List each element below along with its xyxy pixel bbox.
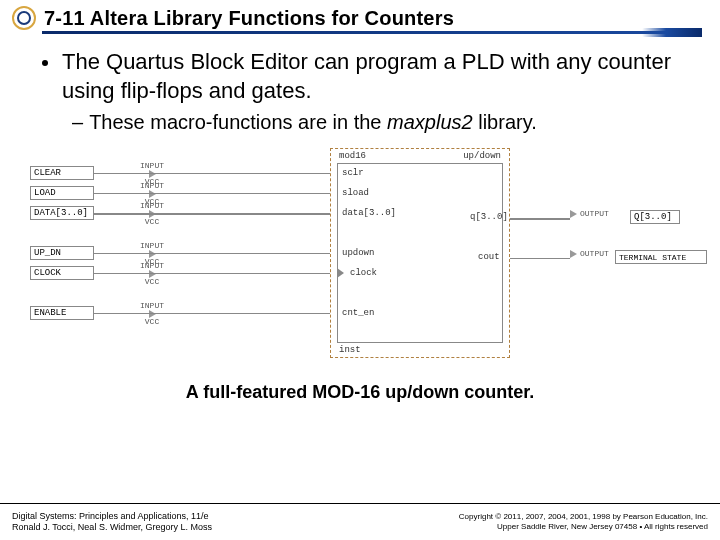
pin-terminal-out: TERMINAL STATE xyxy=(615,250,707,264)
block-diagram: mod16 up/down inst CLEAR INPUT VCC sclr … xyxy=(30,146,690,376)
wire xyxy=(94,313,330,314)
pin-clear: CLEAR xyxy=(30,166,94,180)
module-label-inst: inst xyxy=(339,345,361,355)
footer-address: Upper Saddle River, New Jersey 07458 • A… xyxy=(459,522,708,532)
io-bot: VCC xyxy=(145,278,159,286)
footer-authors: Ronald J. Tocci, Neal S. Widmer, Gregory… xyxy=(12,522,212,533)
io-output-q: OUTPUT xyxy=(570,210,609,218)
pin-load: LOAD xyxy=(30,186,94,200)
io-top: INPUT xyxy=(140,302,164,310)
diagram-caption: A full-featured MOD-16 up/down counter. xyxy=(0,382,720,403)
footer-left: Digital Systems: Principles and Applicat… xyxy=(12,511,212,533)
module-label-type: up/down xyxy=(463,151,501,161)
slide-footer: Digital Systems: Principles and Applicat… xyxy=(0,504,720,540)
sub-suffix: library. xyxy=(473,111,537,133)
io-output-label: OUTPUT xyxy=(580,250,609,258)
sig-cout: cout xyxy=(478,252,500,262)
io-bot: VCC xyxy=(145,318,159,326)
logo-icon xyxy=(12,6,36,30)
dash-icon: – xyxy=(72,111,83,134)
wire xyxy=(94,273,330,274)
sig-data: data[3..0] xyxy=(342,208,396,218)
footer-book: Digital Systems: Principles and Applicat… xyxy=(12,511,212,522)
wire-bus xyxy=(94,213,330,215)
pin-enable: ENABLE xyxy=(30,306,94,320)
bullet-icon xyxy=(42,60,48,66)
pin-updn: UP_DN xyxy=(30,246,94,260)
io-output-label: OUTPUT xyxy=(580,210,609,218)
footer-right: Copyright © 2011, 2007, 2004, 2001, 1998… xyxy=(459,512,708,531)
io-top: INPUT xyxy=(140,262,164,270)
clock-edge-icon xyxy=(337,268,344,278)
wire xyxy=(94,173,330,174)
wire xyxy=(94,253,330,254)
sig-q: q[3..0] xyxy=(470,212,508,222)
triangle-right-icon xyxy=(570,210,577,218)
wire xyxy=(510,258,570,259)
sig-clock: clock xyxy=(350,268,377,278)
sub-bullet-text: These macro-functions are in the maxplus… xyxy=(89,111,537,134)
pin-q-out: Q[3..0] xyxy=(630,210,680,224)
bullet-item: The Quartus Block Editor can program a P… xyxy=(42,48,686,105)
io-top: INPUT xyxy=(140,242,164,250)
sig-cnten: cnt_en xyxy=(342,308,374,318)
wire xyxy=(94,193,330,194)
sig-updown: updown xyxy=(342,248,374,258)
slide-title: 7-11 Altera Library Functions for Counte… xyxy=(44,7,454,30)
io-input-enable: INPUT VCC xyxy=(140,302,164,326)
sig-sclr: sclr xyxy=(342,168,364,178)
io-output-cout: OUTPUT xyxy=(570,250,609,258)
triangle-right-icon xyxy=(570,250,577,258)
io-top: INPUT xyxy=(140,182,164,190)
module-label-name: mod16 xyxy=(339,151,366,161)
sub-italic: maxplus2 xyxy=(387,111,473,133)
io-bot: VCC xyxy=(145,218,159,226)
io-input-top: INPUT xyxy=(140,162,164,170)
io-top: INPUT xyxy=(140,202,164,210)
bullet-text: The Quartus Block Editor can program a P… xyxy=(62,48,686,105)
io-input-clock: INPUT VCC xyxy=(140,262,164,286)
pin-clock: CLOCK xyxy=(30,266,94,280)
footer-copyright: Copyright © 2011, 2007, 2004, 2001, 1998… xyxy=(459,512,708,522)
sub-prefix: These macro-functions are in the xyxy=(89,111,387,133)
sig-sload: sload xyxy=(342,188,369,198)
slide-content: The Quartus Block Editor can program a P… xyxy=(0,30,720,134)
title-underline xyxy=(42,31,702,34)
sub-bullet-item: – These macro-functions are in the maxpl… xyxy=(72,111,686,134)
wire-bus xyxy=(510,218,570,220)
pin-data: DATA[3..0] xyxy=(30,206,94,220)
slide-header: 7-11 Altera Library Functions for Counte… xyxy=(0,0,720,30)
